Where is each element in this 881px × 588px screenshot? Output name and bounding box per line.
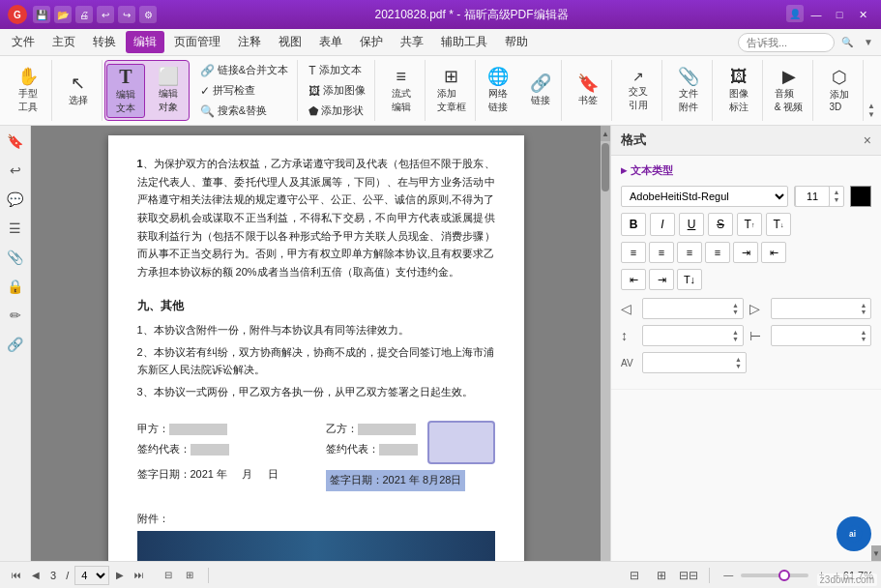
crossref-btn[interactable]: ↗ 交叉引用 [619,68,658,114]
spacing-left-stepper[interactable]: ▲▼ [729,302,743,315]
sidebar-security-icon[interactable]: 🔒 [4,275,27,298]
last-page-btn[interactable]: ⏭ [131,567,148,584]
spacing-indent-stepper[interactable]: ▲▼ [857,329,870,342]
add-shape-btn[interactable]: ⬟ 添加形状 [304,102,370,120]
char-spacing-input[interactable]: 0.00 [643,357,732,368]
minimize-button[interactable]: — [806,5,827,24]
menu-view[interactable]: 视图 [271,31,309,53]
scrollbar-thumb[interactable] [602,143,609,191]
add-frame-btn[interactable]: ⊞ 添加文章框 [432,66,471,116]
search-replace-btn[interactable]: 🔍 搜索&替换 [195,102,293,120]
sidebar-sign-icon[interactable]: ✏ [4,304,27,327]
extract-page-btn[interactable]: ⊞ [181,567,198,584]
font-size-input[interactable] [795,186,830,207]
print-quick-btn[interactable]: 🖨 [75,6,93,23]
insert-page-btn[interactable]: ⊟ [160,567,177,584]
toolbar-expand-btn[interactable]: ▲▼ [866,60,877,121]
custom-quick-btn[interactable]: ⚙ [139,6,157,23]
align-distributed-btn[interactable]: ⇥ [733,242,758,263]
flow-edit-btn[interactable]: ≡ 流式编辑 [382,66,421,116]
scroll-view-btn[interactable]: ⊟⊟ [678,567,699,584]
menu-file[interactable]: 文件 [4,31,43,53]
zoom-out-btn[interactable]: — [719,567,737,584]
italic-btn[interactable]: I [650,213,675,236]
maximize-button[interactable]: □ [829,5,850,24]
char-spacing-stepper[interactable]: ▲▼ [732,356,746,369]
spell-check-btn[interactable]: ✓ 拼写检查 [195,81,293,100]
font-size-stepper[interactable]: ▲ ▼ [830,189,843,205]
indent-increase-btn[interactable]: ⇥ [649,269,674,290]
sidebar-undo-icon[interactable]: ↩ [4,159,27,182]
user-icon[interactable]: 👤 [786,5,804,22]
menu-home[interactable]: 主页 [44,31,83,53]
menu-page[interactable]: 页面管理 [166,31,228,53]
search-icon[interactable]: 🔍 [838,34,856,51]
text-indent-btn[interactable]: T↓ [677,269,702,290]
close-button[interactable]: ✕ [852,5,873,24]
save-quick-btn[interactable]: 💾 [33,6,50,23]
spacing-right-stepper[interactable]: ▲▼ [857,302,870,315]
sidebar-attach-icon[interactable]: 📎 [4,246,27,269]
edit-text-btn[interactable]: T 编辑文本 [106,64,145,118]
menu-expand-icon[interactable]: ▼ [860,34,877,51]
align-left-btn[interactable]: ≡ [621,242,646,263]
image-mark-btn[interactable]: 🖼 图像标注 [719,66,758,116]
menu-form[interactable]: 表单 [311,31,350,53]
spacing-left-input[interactable]: 0.00 [643,303,729,314]
bold-btn[interactable]: B [621,213,646,236]
add-image-btn[interactable]: 🖼 添加图像 [304,81,370,100]
undo-quick-btn[interactable]: ↩ [97,6,114,23]
network-link-btn[interactable]: 🌐 网络链接 [479,66,517,116]
menu-convert[interactable]: 转换 [85,31,124,53]
sidebar-link-icon[interactable]: 🔗 [4,333,27,356]
vertical-scrollbar[interactable]: ▲ ▼ [601,126,610,561]
font-color-picker[interactable] [850,186,871,207]
first-page-btn[interactable]: ⏮ [8,567,25,584]
font-family-select[interactable]: AdobeHeitiStd-Regul [621,186,788,207]
hand-tool-btn[interactable]: ✋ 手型工具 [9,66,47,116]
spacing-right-input[interactable]: 0.00 [772,303,858,314]
bookmark-btn[interactable]: 🔖 书签 [569,73,607,109]
add-3d-btn[interactable]: ⬡ 添加3D [820,67,859,114]
zoom-thumb[interactable] [778,570,790,581]
edit-object-btn[interactable]: ⬜ 编辑对象 [149,64,188,118]
align-distributed2-btn[interactable]: ⇤ [761,242,786,263]
align-right-btn[interactable]: ≡ [677,242,702,263]
panel-close-btn[interactable]: × [864,132,871,148]
prev-page-btn[interactable]: ◀ [27,567,44,584]
subscript-btn[interactable]: T↓ [766,213,791,236]
single-page-view-btn[interactable]: ⊟ [624,567,645,584]
open-quick-btn[interactable]: 📂 [54,6,72,23]
indent-decrease-btn[interactable]: ⇤ [621,269,646,290]
menu-assist[interactable]: 辅助工具 [433,31,495,53]
menu-comment[interactable]: 注释 [230,31,269,53]
page-select[interactable]: 4 [74,566,109,585]
add-text-btn[interactable]: T 添加文本 [304,61,370,79]
align-justify-btn[interactable]: ≡ [705,242,730,263]
link-btn[interactable]: 🔗 链接 [521,66,560,116]
superscript-btn[interactable]: T↑ [737,213,762,236]
spacing-line-input[interactable]: 99% [643,330,729,341]
menu-help[interactable]: 帮助 [497,31,536,53]
underline-btn[interactable]: U [679,213,704,236]
file-attach-btn[interactable]: 📎 文件附件 [669,66,708,116]
spacing-indent-input[interactable]: 0.00 [772,330,858,341]
next-page-btn[interactable]: ▶ [111,567,129,584]
sidebar-comment-icon[interactable]: 💬 [4,188,27,211]
two-page-view-btn[interactable]: ⊞ [651,567,672,584]
select-tool-btn[interactable]: ↖ 选择 [59,73,98,109]
search-input[interactable] [738,33,835,52]
zoom-slider[interactable] [741,573,808,577]
sidebar-bookmark-icon[interactable]: 🔖 [4,130,27,153]
sidebar-layers-icon[interactable]: ☰ [4,217,27,240]
redo-quick-btn[interactable]: ↪ [118,6,135,23]
merge-text-btn[interactable]: 🔗 链接&合并文本 [195,61,293,79]
spacing-line-stepper[interactable]: ▲▼ [729,329,743,342]
align-center-btn[interactable]: ≡ [649,242,674,263]
menu-protect[interactable]: 保护 [352,31,391,53]
ai-assistant-btn[interactable]: ai [837,516,871,551]
menu-edit[interactable]: 编辑 [126,31,164,53]
strikethrough-btn[interactable]: S [708,213,733,236]
menu-share[interactable]: 共享 [393,31,431,53]
audio-video-btn[interactable]: ▶ 音频& 视频 [770,66,808,116]
